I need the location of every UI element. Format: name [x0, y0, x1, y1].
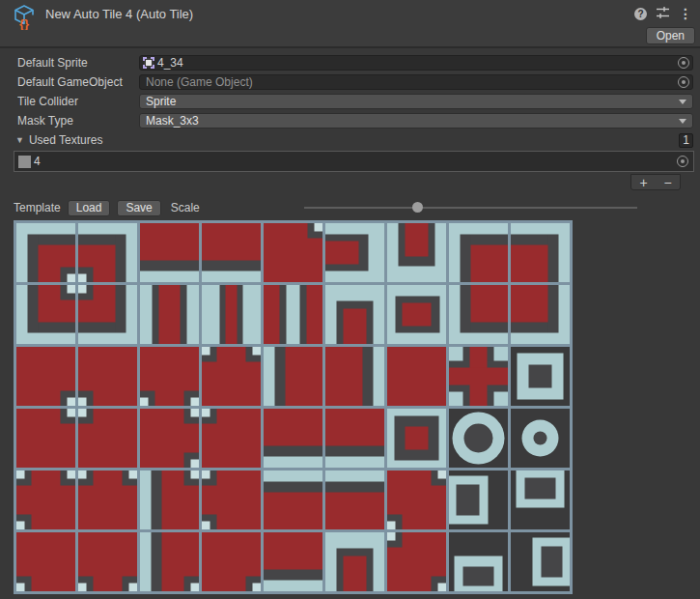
mask-type-row: Mask Type Mask_3x3 [17, 112, 693, 129]
mask-type-label: Mask Type [17, 114, 139, 128]
default-sprite-value: 4_34 [157, 56, 183, 70]
remove-texture-button[interactable]: − [656, 175, 680, 189]
inspector-titlebar: {} New Auto Tile 4 (Auto Tile) ? ⋮ O [0, 0, 700, 48]
kebab-menu-icon[interactable]: ⋮ [679, 7, 692, 20]
tile-collider-row: Tile Collider Sprite [17, 93, 693, 110]
mask-type-dropdown[interactable]: Mask_3x3 [139, 113, 693, 128]
save-button[interactable]: Save [117, 200, 160, 216]
default-gameobject-label: Default GameObject [17, 75, 139, 89]
scale-slider-track[interactable] [304, 207, 637, 209]
texture-name: 4 [34, 155, 41, 168]
help-icon[interactable]: ? [634, 8, 647, 20]
tile-collider-value: Sprite [146, 95, 176, 108]
sprite-icon [143, 57, 154, 69]
object-picker-icon[interactable] [678, 57, 689, 69]
scriptable-object-icon: {} [12, 3, 39, 30]
inspector-subheader: Open [0, 27, 700, 46]
chevron-down-icon [679, 119, 686, 124]
used-textures-label[interactable]: Used Textures [29, 133, 102, 147]
inspector-window: {} New Auto Tile 4 (Auto Tile) ? ⋮ O [0, 0, 700, 599]
list-footer-box: + − [630, 174, 681, 190]
object-picker-icon[interactable] [677, 156, 688, 167]
add-texture-button[interactable]: + [631, 175, 656, 189]
tile-collider-label: Tile Collider [17, 95, 139, 108]
tileset-preview-container [14, 220, 700, 594]
mask-type-value: Mask_3x3 [146, 114, 199, 128]
default-sprite-label: Default Sprite [17, 56, 139, 70]
texture-list-item[interactable]: 4 [14, 151, 694, 172]
presets-icon[interactable] [656, 6, 670, 22]
template-label: Template [14, 201, 61, 214]
texture-thumbnail [18, 156, 31, 168]
default-gameobject-row: Default GameObject None (Game Object) [17, 73, 693, 91]
scale-label: Scale [171, 201, 200, 214]
page-title: New Auto Tile 4 (Auto Tile) [45, 7, 634, 21]
default-gameobject-value: None (Game Object) [146, 75, 253, 89]
default-sprite-row: Default Sprite 4_34 [17, 54, 693, 71]
chevron-down-icon [679, 100, 686, 104]
template-toolbar: Template Load Save Scale [14, 198, 700, 217]
object-picker-icon[interactable] [678, 76, 689, 88]
inspector-header: {} New Auto Tile 4 (Auto Tile) ? ⋮ [0, 0, 700, 27]
tile-collider-dropdown[interactable]: Sprite [139, 94, 693, 109]
svg-text:{}: {} [19, 16, 29, 30]
header-icons: ? ⋮ [634, 6, 692, 22]
inspector-fields: Default Sprite 4_34 Default GameOb [0, 48, 700, 190]
texture-list-footer: + − [0, 174, 681, 190]
open-button[interactable]: Open [646, 27, 695, 44]
default-sprite-field[interactable]: 4_34 [139, 55, 693, 71]
used-textures-count[interactable]: 1 [679, 133, 693, 148]
scale-slider[interactable] [304, 201, 637, 214]
foldout-arrow-icon[interactable]: ▼ [15, 135, 24, 145]
default-gameobject-field[interactable]: None (Game Object) [139, 74, 693, 90]
scale-slider-handle[interactable] [412, 202, 423, 213]
load-button[interactable]: Load [68, 200, 111, 216]
used-textures-row: ▼ Used Textures 1 [15, 131, 693, 149]
tileset-preview[interactable] [14, 220, 573, 594]
